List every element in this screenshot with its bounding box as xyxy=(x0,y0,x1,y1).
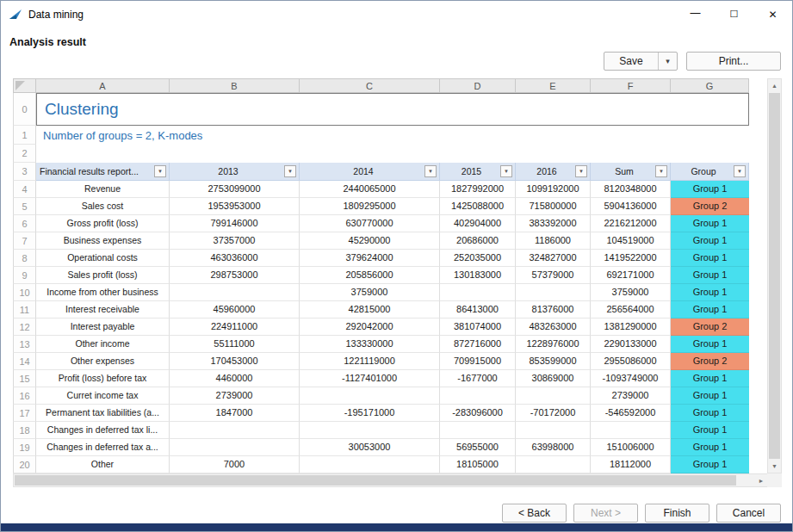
value-cell[interactable] xyxy=(516,456,591,473)
value-cell[interactable]: 56955000 xyxy=(440,439,516,456)
value-cell[interactable]: 20686000 xyxy=(440,232,516,250)
vertical-scrollbar-thumb[interactable] xyxy=(769,93,780,459)
value-cell[interactable]: 715800000 xyxy=(516,198,591,215)
maximize-button[interactable]: ☐ xyxy=(715,1,753,28)
group-cell[interactable]: Group 1 xyxy=(671,301,749,319)
group-cell[interactable]: Group 2 xyxy=(671,198,749,215)
group-cell[interactable]: Group 1 xyxy=(671,456,749,473)
row-label-cell[interactable]: Other income xyxy=(36,336,170,353)
filter-dropdown-button[interactable]: ▼ xyxy=(655,165,667,177)
value-cell[interactable] xyxy=(440,387,516,405)
value-cell[interactable]: 170453000 xyxy=(170,353,300,370)
value-cell[interactable]: 692171000 xyxy=(591,267,671,284)
group-cell[interactable]: Group 1 xyxy=(671,215,749,232)
group-cell[interactable]: Group 1 xyxy=(671,387,749,405)
value-cell[interactable] xyxy=(591,422,671,439)
value-cell[interactable]: -195171000 xyxy=(300,405,440,422)
value-cell[interactable]: 4460000 xyxy=(170,370,300,387)
value-cell[interactable]: 1228976000 xyxy=(516,336,591,353)
value-cell[interactable]: 81376000 xyxy=(516,301,591,319)
value-cell[interactable]: 130183000 xyxy=(440,267,516,284)
group-cell[interactable]: Group 1 xyxy=(671,250,749,267)
value-cell[interactable]: 292042000 xyxy=(300,319,440,336)
print-button[interactable]: Print... xyxy=(686,52,781,71)
group-cell[interactable]: Group 1 xyxy=(671,267,749,284)
value-cell[interactable] xyxy=(300,387,440,405)
value-cell[interactable]: 45960000 xyxy=(170,301,300,319)
value-cell[interactable]: 2290133000 xyxy=(591,336,671,353)
group-cell[interactable]: Group 1 xyxy=(671,181,749,198)
horizontal-scrollbar-thumb[interactable] xyxy=(15,475,736,486)
value-cell[interactable]: 324827000 xyxy=(516,250,591,267)
row-number[interactable]: 11 xyxy=(13,301,36,319)
value-cell[interactable] xyxy=(300,456,440,473)
value-cell[interactable]: 1953953000 xyxy=(170,198,300,215)
group-cell[interactable]: Group 1 xyxy=(671,336,749,353)
row-label-cell[interactable]: Curret income tax xyxy=(36,387,170,405)
value-cell[interactable]: -1127401000 xyxy=(300,370,440,387)
group-cell[interactable]: Group 1 xyxy=(671,284,749,301)
value-cell[interactable]: 2739000 xyxy=(591,387,671,405)
value-cell[interactable]: 799146000 xyxy=(170,215,300,232)
value-cell[interactable]: 2753099000 xyxy=(170,181,300,198)
group-cell[interactable]: Group 2 xyxy=(671,319,749,336)
row-label-cell[interactable]: Interest receivable xyxy=(36,301,170,319)
column-header-G[interactable]: G xyxy=(671,78,749,93)
value-cell[interactable]: 630770000 xyxy=(300,215,440,232)
row-label-cell[interactable]: Gross profit (loss) xyxy=(36,215,170,232)
filter-dropdown-button[interactable]: ▼ xyxy=(500,165,512,177)
titlebar[interactable]: Data mining — ☐ ✕ xyxy=(1,1,792,28)
row-label-cell[interactable]: Income from other business xyxy=(36,284,170,301)
row-label-cell[interactable]: Sales cost xyxy=(36,198,170,215)
row-number[interactable]: 1 xyxy=(13,126,36,145)
value-cell[interactable]: -1093749000 xyxy=(591,370,671,387)
column-header-E[interactable]: E xyxy=(516,78,591,93)
filter-dropdown-button[interactable]: ▼ xyxy=(284,165,296,177)
value-cell[interactable] xyxy=(170,422,300,439)
value-cell[interactable]: 381074000 xyxy=(440,319,516,336)
value-cell[interactable]: 1809295000 xyxy=(300,198,440,215)
column-header-D[interactable]: D xyxy=(440,78,516,93)
value-cell[interactable]: 379624000 xyxy=(300,250,440,267)
save-dropdown-button[interactable]: ▾ xyxy=(658,53,677,70)
value-cell[interactable]: 104519000 xyxy=(591,232,671,250)
value-cell[interactable] xyxy=(516,387,591,405)
value-cell[interactable]: 30869000 xyxy=(516,370,591,387)
value-cell[interactable]: 57379000 xyxy=(516,267,591,284)
row-number[interactable]: 10 xyxy=(13,284,36,301)
column-header-C[interactable]: C xyxy=(300,78,440,93)
value-cell[interactable]: 151006000 xyxy=(591,439,671,456)
value-cell[interactable]: -1677000 xyxy=(440,370,516,387)
row-label-cell[interactable]: Permanent tax liabilities (a... xyxy=(36,405,170,422)
close-button[interactable]: ✕ xyxy=(753,1,792,28)
value-cell[interactable]: 3759000 xyxy=(300,284,440,301)
value-cell[interactable]: 872716000 xyxy=(440,336,516,353)
filter-dropdown-button[interactable]: ▼ xyxy=(575,165,587,177)
value-cell[interactable]: 18112000 xyxy=(591,456,671,473)
value-cell[interactable]: 18105000 xyxy=(440,456,516,473)
value-cell[interactable] xyxy=(440,422,516,439)
value-cell[interactable]: 853599000 xyxy=(516,353,591,370)
value-cell[interactable] xyxy=(170,284,300,301)
row-label-cell[interactable]: Changes in deferred tax li... xyxy=(36,422,170,439)
value-cell[interactable]: 205856000 xyxy=(300,267,440,284)
row-number[interactable]: 9 xyxy=(13,267,36,284)
row-number[interactable]: 6 xyxy=(13,215,36,232)
value-cell[interactable]: 1419522000 xyxy=(591,250,671,267)
value-cell[interactable]: 1099192000 xyxy=(516,181,591,198)
group-cell[interactable]: Group 1 xyxy=(671,439,749,456)
row-number[interactable]: 8 xyxy=(13,250,36,267)
value-cell[interactable] xyxy=(300,422,440,439)
row-number[interactable]: 20 xyxy=(13,456,36,473)
value-cell[interactable]: 2739000 xyxy=(170,387,300,405)
row-label-cell[interactable]: Operational costs xyxy=(36,250,170,267)
minimize-button[interactable]: — xyxy=(676,1,715,28)
value-cell[interactable]: 2955086000 xyxy=(591,353,671,370)
value-cell[interactable] xyxy=(516,284,591,301)
filter-dropdown-button[interactable]: ▼ xyxy=(154,165,166,177)
row-number[interactable]: 7 xyxy=(13,232,36,250)
value-cell[interactable]: 2216212000 xyxy=(591,215,671,232)
filter-dropdown-button[interactable]: ▼ xyxy=(424,165,437,177)
empty-cell[interactable] xyxy=(36,145,749,163)
scroll-down-button[interactable]: ▼ xyxy=(768,460,781,473)
